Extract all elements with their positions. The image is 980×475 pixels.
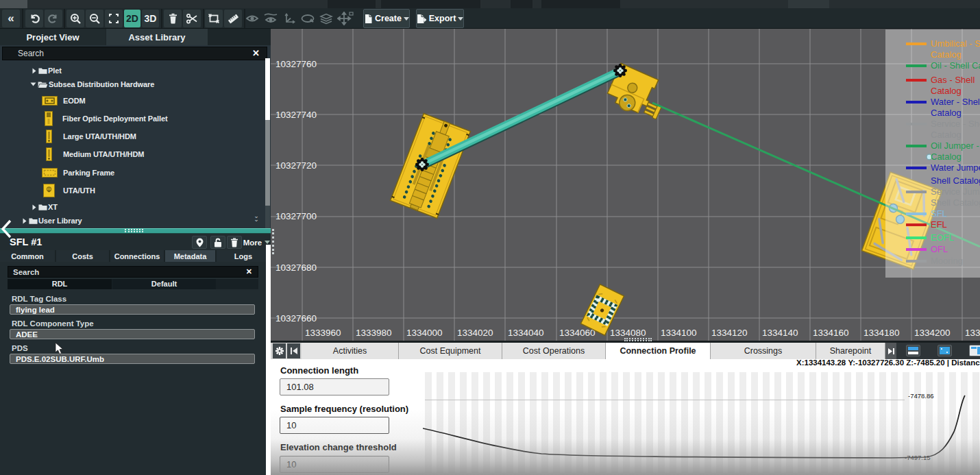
svg-text:1334080: 1334080 [610,328,646,338]
svg-text:1334220: 1334220 [965,328,980,338]
svg-text:1333960: 1333960 [305,328,341,338]
svg-text:10327760: 10327760 [275,59,317,69]
svg-text:10327720: 10327720 [275,160,317,171]
svg-text:1334000: 1334000 [406,328,443,338]
svg-text:1334020: 1334020 [457,328,493,338]
svg-text:1334120: 1334120 [711,328,748,338]
svg-text:1334180: 1334180 [863,328,900,338]
svg-text:10327660: 10327660 [275,313,317,324]
svg-text:1333980: 1333980 [356,328,392,338]
svg-text:1334200: 1334200 [914,328,951,338]
svg-text:1334040: 1334040 [508,328,544,338]
svg-text:1334100: 1334100 [661,328,697,338]
svg-text:10327680: 10327680 [275,263,317,273]
svg-text:1334140: 1334140 [762,328,798,338]
svg-text:1334160: 1334160 [813,328,849,338]
svg-text:1334060: 1334060 [559,328,596,338]
svg-text:10327700: 10327700 [275,211,317,221]
svg-text:10327740: 10327740 [275,110,317,120]
